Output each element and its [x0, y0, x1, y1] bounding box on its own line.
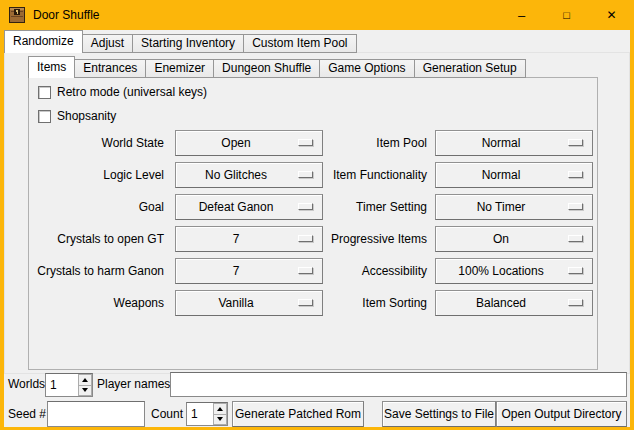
maximize-icon[interactable]: □	[544, 0, 589, 30]
worlds-label: Worlds	[8, 372, 45, 397]
weapons-label: Weapons	[20, 290, 164, 316]
tab-game-options[interactable]: Game Options	[319, 59, 414, 78]
spin-up-icon[interactable]	[213, 403, 227, 415]
player-names-input[interactable]	[170, 372, 627, 397]
spin-down-icon[interactable]	[78, 386, 92, 397]
minimize-icon[interactable]: –	[499, 0, 544, 30]
tab-starting-inventory[interactable]: Starting Inventory	[132, 34, 244, 53]
spin-down-icon[interactable]	[213, 415, 227, 426]
client-area: Randomize Adjust Starting Inventory Cust…	[4, 30, 630, 427]
tab-custom-item-pool[interactable]: Custom Item Pool	[243, 34, 356, 53]
app-window: Door Shuffle – □ ✕ Randomize Adjust Star…	[0, 0, 634, 430]
retro-mode-label[interactable]: Retro mode (universal keys)	[57, 85, 207, 100]
count-spinner[interactable]: 1	[186, 402, 228, 426]
goal-label: Goal	[20, 194, 164, 220]
crystals-harm-ganon-label: Crystals to harm Ganon	[20, 258, 164, 284]
seed-label: Seed #	[8, 401, 46, 427]
player-names-label: Player names	[97, 372, 170, 397]
dropdown-value: On	[436, 227, 566, 251]
tab-dungeon-shuffle[interactable]: Dungeon Shuffle	[213, 59, 320, 78]
count-spin-buttons	[213, 403, 227, 425]
shopsanity-checkbox[interactable]	[38, 110, 51, 123]
window-controls: – □ ✕	[499, 0, 634, 30]
tab-items[interactable]: Items	[28, 56, 75, 78]
tab-generation-setup[interactable]: Generation Setup	[414, 59, 526, 78]
dropdown-value: Vanilla	[176, 291, 296, 315]
generate-patched-rom-button[interactable]: Generate Patched Rom	[232, 401, 364, 427]
dropdown-indicator-icon	[568, 299, 583, 306]
dropdown-value: Balanced	[436, 291, 566, 315]
logic-level-label: Logic Level	[20, 162, 164, 188]
open-output-directory-button[interactable]: Open Output Directory	[496, 401, 627, 427]
timer-setting-label: Timer Setting	[300, 194, 427, 220]
dropdown-value: Open	[176, 131, 296, 155]
dropdown-indicator-icon	[568, 235, 583, 242]
worlds-spinner[interactable]: 1	[45, 373, 93, 397]
dropdown-value: Normal	[436, 163, 566, 187]
spin-up-icon[interactable]	[78, 374, 92, 386]
dropdown-indicator-icon	[568, 203, 583, 210]
timer-setting-dropdown[interactable]: No Timer	[435, 194, 593, 220]
title-bar[interactable]: Door Shuffle – □ ✕	[0, 0, 634, 30]
dropdown-value: 100% Locations	[436, 259, 566, 283]
item-sorting-dropdown[interactable]: Balanced	[435, 290, 593, 316]
tab-adjust[interactable]: Adjust	[82, 34, 133, 53]
item-pool-label: Item Pool	[300, 130, 427, 156]
shopsanity-label[interactable]: Shopsanity	[57, 109, 116, 124]
dropdown-indicator-icon	[568, 171, 583, 178]
dropdown-indicator-icon	[568, 139, 583, 146]
save-settings-button[interactable]: Save Settings to File	[382, 401, 496, 427]
shopsanity-checkbox-row[interactable]: Shopsanity	[38, 109, 116, 124]
item-pool-dropdown[interactable]: Normal	[435, 130, 593, 156]
crystals-open-gt-label: Crystals to open GT	[20, 226, 164, 252]
progressive-items-label: Progressive Items	[300, 226, 427, 252]
item-functionality-label: Item Functionality	[300, 162, 427, 188]
count-value[interactable]: 1	[187, 403, 213, 425]
dropdown-value: No Timer	[436, 195, 566, 219]
main-tab-bar: Randomize Adjust Starting Inventory Cust…	[4, 30, 356, 53]
dropdown-value: Normal	[436, 131, 566, 155]
world-state-label: World State	[20, 130, 164, 156]
dropdown-value: Defeat Ganon	[176, 195, 296, 219]
dropdown-value: 7	[176, 227, 296, 251]
tab-randomize[interactable]: Randomize	[4, 30, 83, 53]
accessibility-dropdown[interactable]: 100% Locations	[435, 258, 593, 284]
item-sorting-label: Item Sorting	[300, 290, 427, 316]
dropdown-indicator-icon	[568, 267, 583, 274]
window-title: Door Shuffle	[33, 0, 100, 30]
retro-mode-checkbox-row[interactable]: Retro mode (universal keys)	[38, 85, 207, 100]
progressive-items-dropdown[interactable]: On	[435, 226, 593, 252]
tab-enemizer[interactable]: Enemizer	[145, 59, 214, 78]
dropdown-value: No Glitches	[176, 163, 296, 187]
item-functionality-dropdown[interactable]: Normal	[435, 162, 593, 188]
count-label: Count	[151, 401, 183, 427]
worlds-value[interactable]: 1	[46, 374, 78, 396]
dropdown-value: 7	[176, 259, 296, 283]
close-icon[interactable]: ✕	[589, 0, 634, 30]
retro-mode-checkbox[interactable]	[38, 86, 51, 99]
sub-tab-bar: Items Entrances Enemizer Dungeon Shuffle…	[28, 56, 525, 78]
door-app-icon	[9, 7, 25, 23]
worlds-spin-buttons	[78, 374, 92, 396]
tab-entrances[interactable]: Entrances	[74, 59, 146, 78]
accessibility-label: Accessibility	[300, 258, 427, 284]
seed-input[interactable]	[47, 401, 145, 427]
